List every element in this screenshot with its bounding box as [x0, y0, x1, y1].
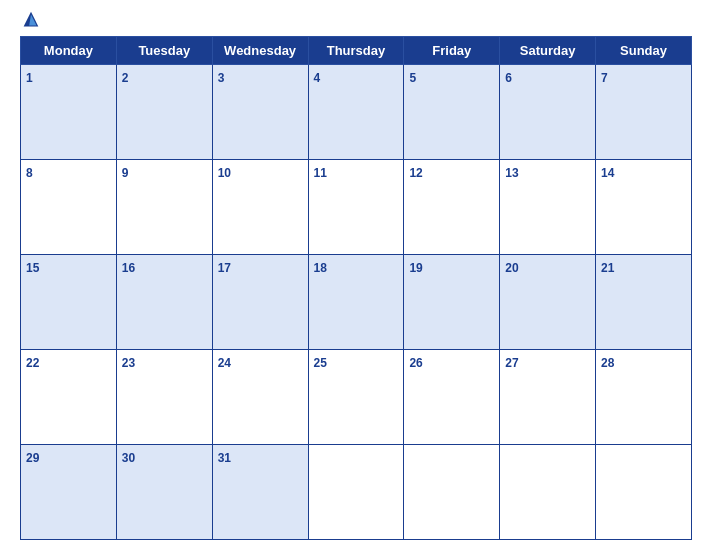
calendar-day-cell: 28: [596, 350, 692, 445]
weekday-header-wednesday: Wednesday: [212, 37, 308, 65]
day-number: 10: [218, 166, 231, 180]
calendar-week-row: 891011121314: [21, 160, 692, 255]
calendar-day-cell: 1: [21, 65, 117, 160]
calendar-day-cell: 21: [596, 255, 692, 350]
day-number: 2: [122, 71, 129, 85]
day-number: 1: [26, 71, 33, 85]
day-number: 12: [409, 166, 422, 180]
day-number: 19: [409, 261, 422, 275]
calendar-day-cell: [596, 445, 692, 540]
calendar-day-cell: [308, 445, 404, 540]
day-number: 8: [26, 166, 33, 180]
calendar-day-cell: 8: [21, 160, 117, 255]
calendar-table: MondayTuesdayWednesdayThursdayFridaySatu…: [20, 36, 692, 540]
day-number: 25: [314, 356, 327, 370]
calendar-day-cell: 22: [21, 350, 117, 445]
day-number: 28: [601, 356, 614, 370]
day-number: 23: [122, 356, 135, 370]
day-number: 6: [505, 71, 512, 85]
day-number: 30: [122, 451, 135, 465]
logo-icon: [20, 10, 42, 32]
calendar-day-cell: 9: [116, 160, 212, 255]
calendar-day-cell: 31: [212, 445, 308, 540]
header: [20, 10, 692, 32]
calendar-week-row: 1234567: [21, 65, 692, 160]
calendar-day-cell: 25: [308, 350, 404, 445]
weekday-header-friday: Friday: [404, 37, 500, 65]
weekday-header-sunday: Sunday: [596, 37, 692, 65]
day-number: 7: [601, 71, 608, 85]
calendar-day-cell: 30: [116, 445, 212, 540]
calendar-week-row: 293031: [21, 445, 692, 540]
calendar-day-cell: 13: [500, 160, 596, 255]
calendar-body: 1234567891011121314151617181920212223242…: [21, 65, 692, 540]
calendar-day-cell: 2: [116, 65, 212, 160]
calendar-day-cell: 16: [116, 255, 212, 350]
day-number: 11: [314, 166, 327, 180]
calendar-day-cell: 3: [212, 65, 308, 160]
day-number: 9: [122, 166, 129, 180]
day-number: 14: [601, 166, 614, 180]
day-number: 16: [122, 261, 135, 275]
day-number: 27: [505, 356, 518, 370]
calendar-week-row: 22232425262728: [21, 350, 692, 445]
weekday-header-thursday: Thursday: [308, 37, 404, 65]
calendar-header: MondayTuesdayWednesdayThursdayFridaySatu…: [21, 37, 692, 65]
calendar-day-cell: 24: [212, 350, 308, 445]
calendar-day-cell: 5: [404, 65, 500, 160]
calendar-week-row: 15161718192021: [21, 255, 692, 350]
day-number: 29: [26, 451, 39, 465]
logo: [20, 10, 50, 32]
calendar-day-cell: 20: [500, 255, 596, 350]
calendar-day-cell: 19: [404, 255, 500, 350]
day-number: 24: [218, 356, 231, 370]
day-number: 4: [314, 71, 321, 85]
calendar-day-cell: 12: [404, 160, 500, 255]
calendar-day-cell: 18: [308, 255, 404, 350]
day-number: 31: [218, 451, 231, 465]
calendar-day-cell: 14: [596, 160, 692, 255]
day-number: 21: [601, 261, 614, 275]
calendar-day-cell: 29: [21, 445, 117, 540]
day-number: 20: [505, 261, 518, 275]
day-number: 26: [409, 356, 422, 370]
weekday-header-tuesday: Tuesday: [116, 37, 212, 65]
calendar-day-cell: 6: [500, 65, 596, 160]
calendar-day-cell: 7: [596, 65, 692, 160]
calendar-day-cell: [404, 445, 500, 540]
day-number: 5: [409, 71, 416, 85]
day-number: 18: [314, 261, 327, 275]
calendar-day-cell: 23: [116, 350, 212, 445]
calendar-day-cell: 26: [404, 350, 500, 445]
weekday-header-monday: Monday: [21, 37, 117, 65]
day-number: 13: [505, 166, 518, 180]
calendar-day-cell: 27: [500, 350, 596, 445]
day-number: 22: [26, 356, 39, 370]
calendar-day-cell: 17: [212, 255, 308, 350]
day-number: 15: [26, 261, 39, 275]
calendar-day-cell: [500, 445, 596, 540]
calendar-day-cell: 11: [308, 160, 404, 255]
day-number: 17: [218, 261, 231, 275]
logo-area: [20, 10, 50, 32]
weekday-header-row: MondayTuesdayWednesdayThursdayFridaySatu…: [21, 37, 692, 65]
day-number: 3: [218, 71, 225, 85]
calendar-day-cell: 10: [212, 160, 308, 255]
calendar-day-cell: 15: [21, 255, 117, 350]
weekday-header-saturday: Saturday: [500, 37, 596, 65]
calendar-day-cell: 4: [308, 65, 404, 160]
